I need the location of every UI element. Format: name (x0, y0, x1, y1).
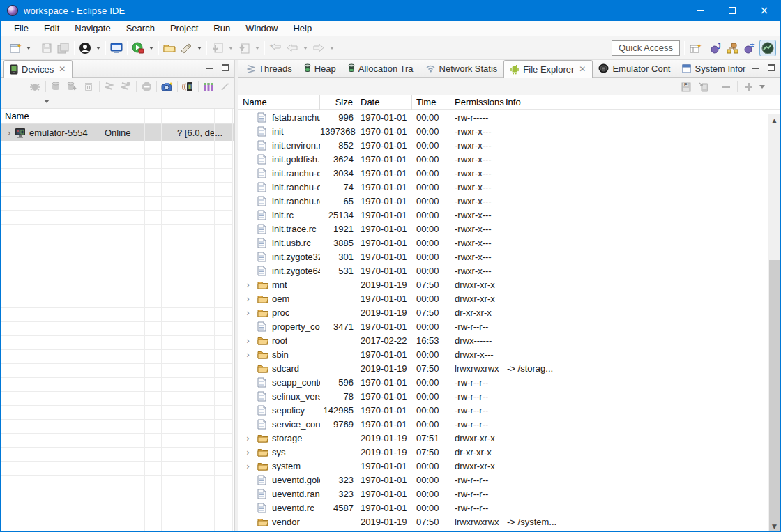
expand-chevron-icon[interactable]: › (246, 307, 257, 318)
table-row[interactable]: init.goldfish.36241970-01-0100:00-rwxr-x… (238, 152, 768, 166)
device-screen-icon[interactable] (181, 80, 195, 93)
table-row[interactable]: init.environ.r8521970-01-0100:00-rwxr-x-… (238, 138, 768, 152)
expand-chevron-icon[interactable]: › (246, 294, 257, 304)
close-tab-icon[interactable]: ✕ (59, 64, 66, 74)
menu-window[interactable]: Window (238, 22, 285, 36)
pull-file-icon[interactable]: F (680, 80, 693, 93)
table-row[interactable]: init.zygote645311970-01-0100:00-rwxr-x--… (238, 264, 768, 278)
save-icon[interactable] (40, 41, 54, 55)
vertical-scrollbar[interactable]: ▲ ▼ (768, 114, 780, 532)
table-row[interactable]: ›oem1970-01-0100:00drwxr-xr-x (238, 291, 768, 305)
table-row[interactable]: init13973681970-01-0100:00-rwxr-x--- (238, 124, 768, 138)
back-icon[interactable] (285, 41, 299, 55)
table-row[interactable]: vendor2019-01-1907:50lrwxrwxrwx-> /syste… (238, 515, 768, 529)
column-header-date[interactable]: Date (356, 95, 412, 110)
devices-view-menu-icon[interactable] (44, 100, 50, 103)
open-folder-icon[interactable] (162, 41, 176, 55)
tab-network-statistics[interactable]: Network Statis (420, 60, 504, 77)
menu-run[interactable]: Run (206, 22, 238, 36)
view-menu-icon[interactable] (759, 85, 765, 89)
console-icon[interactable] (109, 41, 123, 55)
menu-search[interactable]: Search (119, 22, 162, 36)
table-row[interactable]: init.usb.rc38851970-01-0100:00-rwxr-x--- (238, 236, 768, 250)
devices-column-header[interactable]: Name (1, 109, 234, 124)
table-row[interactable]: ›proc2019-01-1907:50dr-xr-xr-x (238, 305, 768, 319)
scroll-down-icon[interactable]: ▼ (768, 520, 780, 532)
new-wizard-icon[interactable]: ✦ (8, 41, 22, 55)
column-header-info[interactable]: Info (501, 95, 561, 110)
table-row[interactable]: seapp_conte5961970-01-0100:00-rw-r--r-- (238, 375, 768, 389)
menu-help[interactable]: Help (285, 22, 319, 36)
column-header-permissions[interactable]: Permissions (450, 95, 501, 110)
expand-chevron-icon[interactable]: › (246, 349, 257, 360)
table-row[interactable]: init.ranchu.rc651970-01-0100:00-rwxr-x--… (238, 194, 768, 208)
expand-chevron-icon[interactable]: › (246, 461, 257, 471)
table-row[interactable]: sdcard2019-01-1907:50lrwxrwxrwx-> /stora… (238, 361, 768, 375)
line-chart-icon[interactable] (218, 80, 232, 93)
expand-chevron-icon[interactable]: › (3, 128, 15, 138)
next-annotation-icon[interactable] (211, 41, 225, 55)
mark-occurrences-dropdown-icon[interactable] (197, 47, 202, 50)
table-row[interactable]: sepolicy1429851970-01-0100:00-rw-r--r-- (238, 403, 768, 417)
tab-system-information[interactable]: System Infor (676, 60, 752, 77)
menu-project[interactable]: Project (162, 22, 206, 36)
debug-perspective-icon[interactable] (743, 41, 757, 55)
run-dropdown-icon[interactable] (149, 47, 153, 50)
table-row[interactable]: service_cont97691970-01-0100:00-rw-r--r-… (238, 417, 768, 431)
next-annotation-dropdown-icon[interactable] (229, 47, 233, 50)
minimize-window-button[interactable] (684, 0, 716, 21)
column-header-time[interactable]: Time (412, 95, 450, 110)
maximize-window-button[interactable] (716, 0, 748, 21)
table-row[interactable]: ›sys2019-01-1907:50dr-xr-xr-x (238, 445, 768, 459)
debug-process-icon[interactable] (29, 80, 42, 93)
tab-heap[interactable]: Heap (298, 60, 342, 77)
screen-capture-icon[interactable]: ✦ (160, 80, 174, 93)
mark-occurrences-icon[interactable] (179, 41, 193, 55)
expand-chevron-icon[interactable]: › (246, 280, 257, 290)
update-threads-icon[interactable] (103, 80, 116, 93)
expand-chevron-icon[interactable]: › (246, 447, 257, 457)
ddms-perspective-active[interactable] (759, 40, 776, 56)
previous-annotation-dropdown-icon[interactable] (255, 47, 259, 50)
minimize-view-icon[interactable] (752, 67, 759, 69)
column-header-size[interactable]: Size (320, 95, 356, 110)
tab-threads[interactable]: Threads (241, 60, 298, 77)
minimize-view-icon[interactable] (206, 67, 213, 69)
expand-chevron-icon[interactable]: › (246, 433, 257, 443)
hierarchy-perspective-icon[interactable] (726, 41, 740, 55)
menu-edit[interactable]: Edit (36, 22, 67, 36)
previous-annotation-icon[interactable] (237, 41, 251, 55)
column-header-name[interactable]: Name (238, 95, 320, 110)
table-row[interactable]: init.ranchu-e741970-01-0100:00-rwxr-x--- (238, 180, 768, 194)
forward-icon[interactable] (312, 41, 326, 55)
method-profiling-icon[interactable] (119, 80, 132, 93)
delete-icon[interactable] (720, 80, 733, 93)
device-row-emulator-5554[interactable]: › emulator-5554 Online ? [6.0, de... (1, 124, 234, 141)
forward-dropdown-icon[interactable] (330, 47, 334, 50)
maximize-view-icon[interactable] (222, 64, 229, 71)
tab-devices[interactable]: Devices ✕ (3, 60, 73, 78)
back-dropdown-icon[interactable] (303, 47, 308, 50)
table-row[interactable]: init.ranchu-c30341970-01-0100:00-rwxr-x-… (238, 166, 768, 180)
save-all-icon[interactable] (56, 41, 70, 55)
table-row[interactable]: ›root2017-02-2216:53drwx------ (238, 333, 768, 347)
menu-file[interactable]: File (6, 22, 36, 36)
add-icon[interactable] (742, 80, 755, 93)
table-row[interactable]: ueventd.rc45871970-01-0100:00-rw-r--r-- (238, 501, 768, 515)
scrollbar-thumb[interactable] (769, 260, 780, 532)
maximize-view-icon[interactable] (768, 64, 775, 71)
open-perspective-icon[interactable]: ✦ (689, 41, 703, 55)
table-row[interactable]: init.zygote323011970-01-0100:00-rwxr-x--… (238, 250, 768, 264)
last-edit-location-icon[interactable]: ★ (268, 41, 282, 55)
table-row[interactable]: ›sbin1970-01-0100:00drwxr-x--- (238, 347, 768, 361)
close-window-button[interactable]: × (748, 0, 780, 21)
menu-navigate[interactable]: Navigate (67, 22, 118, 36)
close-tab-icon[interactable]: ✕ (579, 64, 586, 74)
table-row[interactable]: init.rc251341970-01-0100:00-rwxr-x--- (238, 208, 768, 222)
tab-file-explorer[interactable]: File Explorer ✕ (503, 60, 593, 78)
tab-emulator-control[interactable]: Emulator Cont (593, 60, 676, 77)
dump-hprof-icon[interactable] (66, 80, 79, 93)
table-row[interactable]: property_co34711970-01-0100:00-rw-r--r-- (238, 319, 768, 333)
expand-chevron-icon[interactable]: › (246, 335, 257, 346)
user-dropdown-icon[interactable] (96, 47, 100, 50)
